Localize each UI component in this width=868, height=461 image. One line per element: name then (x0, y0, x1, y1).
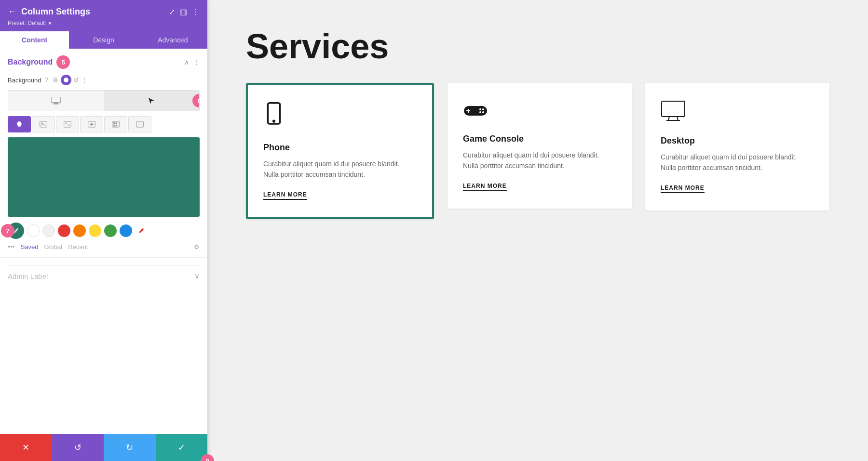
svg-point-24 (479, 111, 481, 113)
type-gradient-btn[interactable] (56, 116, 79, 132)
background-row: Background ? 🖥 ↺ ⋮ (8, 75, 200, 85)
panel-tabs: Content Design Advanced (0, 31, 207, 49)
phone-card-desc: Curabitur aliquet quam id dui posuere bl… (263, 158, 417, 180)
svg-rect-2 (54, 103, 58, 104)
cancel-button[interactable]: ✕ (0, 434, 52, 461)
phone-learn-more[interactable]: LEARN MORE (263, 191, 307, 200)
svg-marker-10 (91, 123, 94, 125)
save-button[interactable]: ✓ (156, 434, 208, 461)
palette-gear-icon[interactable]: ⚙ (194, 243, 200, 250)
badge-6: 6 (192, 94, 200, 107)
color-swatch-area[interactable] (8, 137, 200, 217)
color-preview-desktop[interactable] (8, 91, 104, 111)
svg-line-28 (677, 117, 678, 120)
section-more-icon[interactable]: ⋮ (193, 58, 200, 66)
background-title: Background (8, 58, 53, 66)
swatch-green[interactable] (104, 224, 117, 237)
eyedropper-icon[interactable] (135, 224, 148, 237)
svg-point-25 (482, 111, 484, 113)
redo-icon: ↻ (126, 442, 133, 453)
mobile-device-icon[interactable] (61, 75, 71, 85)
cancel-icon: ✕ (22, 442, 29, 453)
redo-button[interactable]: ↻ (104, 434, 156, 461)
pen-button[interactable]: 7 (8, 223, 24, 239)
swatch-red[interactable] (58, 224, 70, 237)
swatch-lightgray[interactable] (42, 224, 55, 237)
panel-body: Background 5 ∧ ⋮ Background ? 🖥 (0, 49, 207, 434)
preset-label: Preset: Default (8, 20, 46, 26)
page-title: Services (246, 29, 829, 64)
undo-device-icon[interactable]: ↺ (73, 76, 79, 84)
svg-point-0 (64, 78, 68, 82)
phone-card-title: Phone (263, 143, 417, 153)
monitor-icon (661, 100, 814, 126)
svg-rect-3 (53, 104, 59, 105)
type-color-btn[interactable] (8, 116, 31, 132)
help-icon[interactable]: ? (45, 77, 48, 83)
svg-rect-15 (116, 125, 117, 126)
back-icon[interactable]: ← (8, 7, 16, 17)
swatch-orange[interactable] (73, 224, 86, 237)
cards-row: Phone Curabitur aliquet quam id dui posu… (246, 83, 829, 219)
admin-label-section: Admin Label ∨ (0, 258, 207, 294)
game-console-card: Game Console Curabitur aliquet quam id d… (448, 83, 632, 209)
palette-more-icon[interactable]: ••• (8, 243, 15, 250)
swatch-yellow[interactable] (89, 224, 101, 237)
phone-card: Phone Curabitur aliquet quam id dui posu… (246, 83, 434, 219)
tab-advanced[interactable]: Advanced (138, 31, 207, 49)
preset-chevron-icon: ▼ (47, 21, 52, 26)
background-label: Background (8, 77, 41, 84)
gamepad-icon (463, 100, 616, 124)
tab-design[interactable]: Design (69, 31, 138, 49)
undo-icon: ↺ (74, 442, 81, 453)
admin-chevron-icon: ∨ (194, 272, 200, 280)
color-preview-row: 6 (8, 90, 200, 111)
badge-5: 5 (56, 55, 70, 69)
swatch-blue[interactable] (120, 224, 132, 237)
type-image-btn[interactable] (32, 116, 55, 132)
palette-tab-saved[interactable]: Saved (21, 243, 39, 250)
svg-point-22 (479, 108, 481, 110)
undo-button[interactable]: ↺ (52, 434, 104, 461)
desktop-learn-more[interactable]: LEARN MORE (661, 184, 705, 193)
badge-7: 7 (1, 224, 14, 237)
more-device-icon[interactable]: ⋮ (81, 76, 88, 84)
game-console-card-title: Game Console (463, 134, 616, 144)
panel-footer: ✕ ↺ ↻ ✓ 8 (0, 434, 207, 461)
type-pattern-btn[interactable] (104, 116, 127, 132)
tab-content[interactable]: Content (0, 31, 69, 49)
panel-header: ← Column Settings ⤢ ▥ ⋮ Preset: Default … (0, 0, 207, 31)
game-console-card-desc: Curabitur aliquet quam id dui posuere bl… (463, 150, 616, 171)
admin-label-row[interactable]: Admin Label ∨ (8, 265, 200, 286)
desktop-card-title: Desktop (661, 136, 814, 146)
type-mask-btn[interactable] (128, 116, 151, 132)
desktop-device-icon[interactable]: 🖥 (52, 76, 59, 84)
svg-line-27 (668, 117, 669, 120)
column-settings-panel: ← Column Settings ⤢ ▥ ⋮ Preset: Default … (0, 0, 207, 461)
svg-point-23 (482, 108, 484, 110)
main-content: Services Phone Curabitur aliquet quam id… (207, 0, 868, 461)
swatch-white[interactable] (27, 224, 40, 237)
section-collapse-icon[interactable]: ∧ (184, 58, 189, 66)
palette-tab-global[interactable]: Global (44, 243, 63, 250)
svg-point-18 (273, 120, 275, 122)
svg-rect-14 (113, 125, 115, 126)
svg-rect-26 (662, 101, 685, 117)
svg-point-7 (66, 123, 67, 124)
color-preview-custom[interactable]: 6 (104, 91, 199, 111)
svg-point-8 (68, 125, 69, 126)
more-menu-icon[interactable]: ⋮ (192, 7, 200, 16)
type-icons-row (8, 116, 200, 132)
palette-tabs-row: ••• Saved Global Recent ⚙ (8, 243, 200, 250)
panel-title: Column Settings (21, 7, 90, 17)
background-section: Background 5 ∧ ⋮ Background ? 🖥 (0, 49, 207, 258)
svg-rect-1 (51, 97, 61, 103)
preset-dropdown[interactable]: Preset: Default ▼ (8, 20, 52, 26)
expand-icon[interactable]: ⤢ (169, 7, 175, 16)
svg-rect-13 (116, 123, 117, 124)
split-icon[interactable]: ▥ (180, 7, 187, 16)
type-video-btn[interactable] (80, 116, 103, 132)
palette-tab-recent[interactable]: Recent (68, 243, 88, 250)
svg-rect-6 (64, 121, 71, 127)
game-console-learn-more[interactable]: LEARN MORE (463, 183, 507, 191)
